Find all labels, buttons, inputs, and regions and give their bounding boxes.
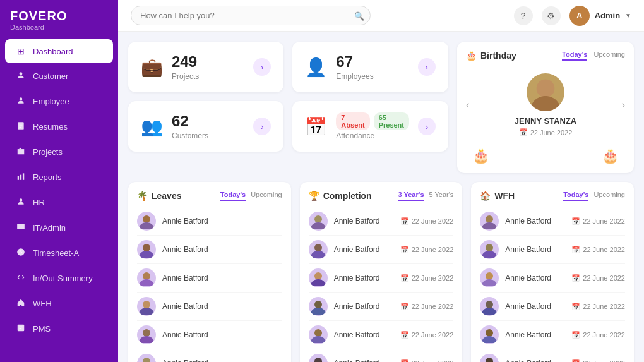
cake-left: 🎂 xyxy=(472,148,489,164)
app-subtitle: Dashboard xyxy=(10,23,108,31)
customers-stat-icon: 👥 xyxy=(141,116,163,137)
completion-tab-3yr[interactable]: 3 Year's xyxy=(398,191,424,201)
person-name: Annie Batford xyxy=(334,245,394,254)
sidebar-item-reports[interactable]: Reports xyxy=(5,165,113,190)
sidebar-item-label: Reports xyxy=(33,172,62,182)
wfh-tab-today[interactable]: Today's xyxy=(563,191,588,201)
list-item: Annie Batford📅22 June 2022 xyxy=(480,207,625,236)
customers-number: 62 xyxy=(172,112,244,130)
employees-arrow[interactable]: › xyxy=(418,58,436,76)
person-name: Annie Batford xyxy=(505,330,565,339)
svg-rect-7 xyxy=(20,175,21,180)
leaves-icon: 🌴 xyxy=(137,191,148,201)
sidebar-item-hr[interactable]: HR xyxy=(5,190,113,215)
settings-icon[interactable]: ⚙ xyxy=(542,6,561,25)
sidebar-item-pms[interactable]: PMS xyxy=(5,317,113,341)
sidebar-item-wfh[interactable]: WFH xyxy=(5,291,113,316)
person-avatar xyxy=(480,268,499,287)
leaves-tab-today[interactable]: Today's xyxy=(220,191,246,201)
employees-number: 67 xyxy=(336,53,409,71)
sidebar-item-itadmin[interactable]: IT/Admin xyxy=(5,215,113,240)
leaves-tab-upcoming[interactable]: Upcoming xyxy=(251,191,282,201)
calendar-icon: 📅 xyxy=(571,331,580,339)
sidebar-item-label: WFH xyxy=(33,299,52,308)
person-avatar xyxy=(137,354,156,362)
sidebar-item-label: Resumes xyxy=(33,122,68,131)
sidebar-item-dashboard[interactable]: ⊞ Dashboard xyxy=(5,39,113,63)
sidebar-item-timesheet[interactable]: Timesheet-A xyxy=(5,241,113,265)
birthday-tab-upcoming[interactable]: Upcoming xyxy=(593,51,625,61)
person-name: Annie Batford xyxy=(334,359,394,362)
list-item: Annie Batford📅22 June 2022 xyxy=(480,264,625,293)
svg-point-13 xyxy=(537,80,555,98)
svg-point-31 xyxy=(486,244,493,251)
attendance-arrow[interactable]: › xyxy=(418,118,436,135)
list-item: Annie Batford xyxy=(137,236,282,264)
sidebar-item-projects[interactable]: Projects xyxy=(5,140,113,164)
stats-grid: 💼 249 Projects › 👤 67 Employees xyxy=(128,42,448,152)
person-avatar xyxy=(137,240,156,259)
birthday-person-date: 📅 22 June 2022 xyxy=(466,128,625,136)
projects-stat-info: 249 Projects xyxy=(172,53,244,81)
svg-point-32 xyxy=(486,272,493,280)
person-date: 📅22 June 2022 xyxy=(571,303,625,311)
person-avatar xyxy=(137,297,156,316)
svg-point-23 xyxy=(314,244,322,251)
svg-point-15 xyxy=(143,244,150,251)
search-input[interactable] xyxy=(131,6,371,25)
attendance-stat-icon: 📅 xyxy=(305,116,327,137)
completion-panel-header: 🏆 Completion 3 Year's 5 Year's xyxy=(309,191,454,201)
person-date: 📅22 June 2022 xyxy=(400,217,454,226)
employees-label: Employees xyxy=(336,72,409,81)
list-item: Annie Batford xyxy=(137,264,282,293)
svg-point-1 xyxy=(20,97,23,100)
calendar-icon: 📅 xyxy=(400,359,409,363)
employees-stat-info: 67 Employees xyxy=(336,53,409,81)
person-date: 📅22 June 2022 xyxy=(400,246,454,254)
customers-arrow[interactable]: › xyxy=(253,118,271,135)
birthday-card: 🎂 Birthday Today's Upcoming ‹ JENNY STAN… xyxy=(457,42,634,173)
birthday-tab-today[interactable]: Today's xyxy=(562,51,587,61)
person-avatar xyxy=(309,325,328,344)
attendance-badges: 7 Absent 65 Present xyxy=(336,112,409,130)
sidebar-item-employee[interactable]: Employee xyxy=(5,89,113,114)
sidebar-item-resumes[interactable]: Resumes xyxy=(5,114,113,139)
person-avatar xyxy=(480,240,499,259)
person-date: 📅22 June 2022 xyxy=(571,331,625,339)
leaves-panel: 🌴 Leaves Today's Upcoming Annie Batford … xyxy=(128,182,291,362)
svg-rect-10 xyxy=(17,224,25,229)
person-date: 📅22 June 2022 xyxy=(400,274,454,282)
leaves-panel-header: 🌴 Leaves Today's Upcoming xyxy=(137,191,282,201)
birthday-next-arrow[interactable]: › xyxy=(622,99,625,111)
calendar-icon: 📅 xyxy=(571,217,580,226)
sidebar-item-customer[interactable]: Customer xyxy=(5,64,113,88)
person-name: Annie Batford xyxy=(505,359,565,362)
svg-point-35 xyxy=(486,358,493,362)
wfh-tabs: Today's Upcoming xyxy=(563,191,625,201)
sidebar-item-inout[interactable]: In/Out Summery xyxy=(5,266,113,291)
user-menu[interactable]: A Admin ▼ xyxy=(569,6,631,26)
completion-tab-5yr[interactable]: 5 Year's xyxy=(429,191,454,201)
calendar-icon: 📅 xyxy=(400,303,409,311)
customers-card: 👥 62 Customers › xyxy=(128,101,283,152)
attendance-stat-info: 7 Absent 65 Present Attendance xyxy=(336,112,409,140)
svg-point-22 xyxy=(314,215,322,223)
employees-stat-icon: 👤 xyxy=(305,57,327,78)
wfh-tab-upcoming[interactable]: Upcoming xyxy=(593,191,625,201)
projects-arrow[interactable]: › xyxy=(253,58,271,76)
svg-rect-8 xyxy=(23,173,24,180)
attendance-card: 📅 7 Absent 65 Present Attendance › xyxy=(292,101,448,152)
birthday-prev-arrow[interactable]: ‹ xyxy=(466,99,469,111)
svg-point-9 xyxy=(20,198,23,202)
svg-point-27 xyxy=(314,358,322,362)
svg-point-33 xyxy=(486,301,493,308)
sidebar-item-label: PMS xyxy=(33,324,51,334)
help-icon[interactable]: ? xyxy=(514,6,533,25)
list-item: Annie Batford📅22 June 2022 xyxy=(309,349,454,362)
dashboard-icon: ⊞ xyxy=(15,46,27,56)
svg-point-0 xyxy=(20,72,23,75)
person-name: Annie Batford xyxy=(162,359,282,362)
reports-icon xyxy=(15,172,27,183)
calendar-icon: 📅 xyxy=(571,303,580,311)
svg-point-34 xyxy=(486,329,493,337)
